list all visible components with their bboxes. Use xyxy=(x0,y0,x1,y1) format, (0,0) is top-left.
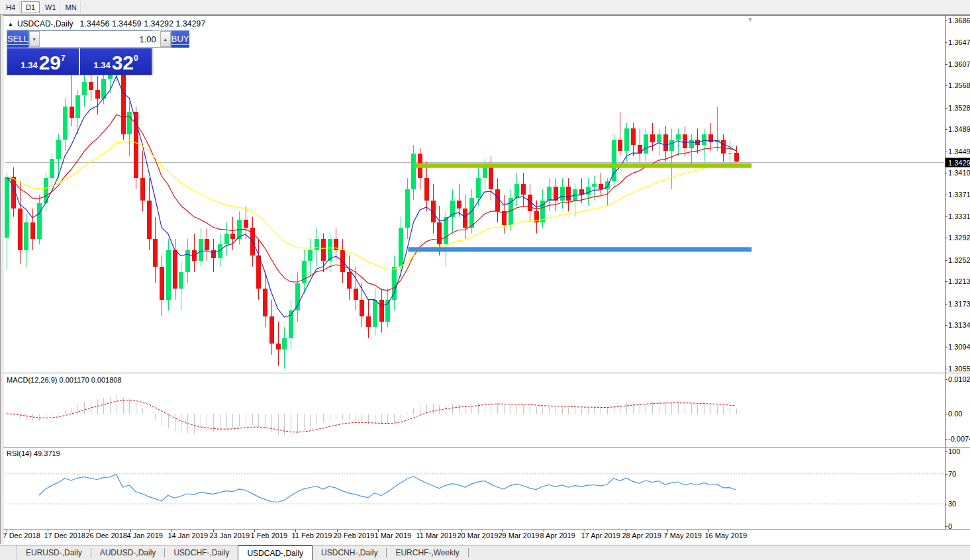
tab-bar-stub xyxy=(0,545,17,560)
tab-usdchf-daily[interactable]: USDCHF-,Daily xyxy=(165,545,238,560)
volume-input[interactable] xyxy=(40,31,160,47)
candle-body xyxy=(424,178,429,200)
price-tick-label: 1.33710 xyxy=(948,191,970,199)
candle-body xyxy=(95,90,100,99)
sell-button-label: SELL xyxy=(7,34,28,45)
macd-main-value: 0.001170 xyxy=(59,376,89,384)
price-tick-label: 1.34490 xyxy=(948,148,970,156)
buy-button-label: BUY xyxy=(171,34,189,45)
current-price-label: 1.34297 xyxy=(948,159,970,167)
date-tick-label: 1 Mar 2019 xyxy=(375,532,412,539)
date-tick-label: 16 May 2019 xyxy=(705,532,748,539)
tab-audusd-daily[interactable]: AUDUSD-,Daily xyxy=(91,545,165,560)
price-tick-label: 1.36470 xyxy=(948,38,970,46)
panel-frame xyxy=(3,15,970,544)
candle-body xyxy=(82,82,87,96)
date-tick-label: 23 Jan 2019 xyxy=(210,532,250,539)
candle-body xyxy=(373,300,377,328)
fast-ma-line xyxy=(7,76,736,317)
tab-eurchf-weekly[interactable]: EURCHF-,Weekly xyxy=(387,545,467,560)
candle-body xyxy=(657,134,661,143)
timeframe-mn-button[interactable]: MN xyxy=(62,1,81,13)
candle-body xyxy=(631,128,636,145)
sell-price-panel[interactable]: 1.34 29 7 xyxy=(7,48,79,75)
chart-canvas[interactable]: 1.368601.364701.360701.356801.352801.348… xyxy=(1,15,970,544)
date-tick-label: 26 Dec 2018 xyxy=(86,532,127,539)
price-tick-label: 1.33310 xyxy=(948,212,970,220)
candle-body xyxy=(547,187,552,201)
sell-button[interactable]: SELL xyxy=(7,30,28,48)
tab-usdcnh-daily[interactable]: USDCNH-,Daily xyxy=(313,545,386,560)
resistance-line xyxy=(414,163,752,168)
chart-symbol-title: USDCAD-,Daily xyxy=(17,19,73,28)
macd-name: MACD(12,26,9) xyxy=(7,376,57,384)
buy-button[interactable]: BUY xyxy=(171,30,189,48)
candle-body xyxy=(592,184,597,187)
tab-eurusd-daily[interactable]: EURUSD-,Daily xyxy=(17,545,91,560)
buy-price-prefix: 1.34 xyxy=(93,59,110,72)
candle-body xyxy=(173,250,177,289)
candle-body xyxy=(18,209,23,250)
volume-increase-button[interactable]: ▲ xyxy=(160,31,171,47)
candle-body xyxy=(347,272,352,289)
candle-body xyxy=(256,256,261,289)
candle-body xyxy=(366,316,371,328)
rsi-tick-label: 30 xyxy=(948,500,956,508)
collapse-arrow-icon[interactable]: ▲ xyxy=(8,21,13,27)
date-tick-label: 17 Dec 2018 xyxy=(44,532,85,539)
candle-body xyxy=(644,134,648,154)
candle-body xyxy=(24,222,28,250)
price-tick-label: 1.36070 xyxy=(948,60,970,68)
chart-shift-marker-icon[interactable]: ▼ xyxy=(747,16,753,23)
sell-price-prefix: 1.34 xyxy=(21,59,37,72)
price-tick-label: 1.35680 xyxy=(948,81,970,89)
price-tick-label: 1.31340 xyxy=(948,321,970,329)
candle-body xyxy=(566,187,571,201)
date-tick-label: 11 Feb 2019 xyxy=(292,532,332,539)
candle-body xyxy=(211,250,216,259)
buy-price-panel[interactable]: 1.34 32 0 xyxy=(80,48,152,75)
candle-body xyxy=(683,134,687,148)
candle-body xyxy=(618,140,622,151)
rsi-name: RSI(14) xyxy=(7,449,32,457)
date-axis: 7 Dec 201817 Dec 201826 Dec 20184 Jan 20… xyxy=(3,530,748,539)
chart-window: 1.368601.364701.360701.356801.352801.348… xyxy=(0,15,970,544)
timeframe-h4-button[interactable]: H4 xyxy=(1,1,20,13)
candle-body xyxy=(101,79,106,98)
candle-body xyxy=(586,187,591,195)
mt4-application: H4 D1 W1 MN 1.368601.364701.360701.35680… xyxy=(0,0,970,560)
candle-body xyxy=(360,300,364,316)
tab-divider xyxy=(468,548,469,557)
candle-body xyxy=(276,344,281,349)
date-tick-label: 20 Mar 2019 xyxy=(458,532,499,539)
candle-body xyxy=(140,178,145,200)
candle-body xyxy=(199,239,203,261)
chart-title-row: ▲ USDCAD-,Daily 1.34456 1.34459 1.34292 … xyxy=(8,19,205,28)
candle-body xyxy=(650,134,655,143)
candle-body xyxy=(50,159,54,178)
sell-price-main: 29 xyxy=(39,54,61,72)
candle-body xyxy=(385,300,390,322)
date-tick-label: 14 Jan 2019 xyxy=(168,532,209,539)
macd-tick-label: -0.007477 xyxy=(948,435,970,443)
timeframe-d1-button[interactable]: D1 xyxy=(21,1,40,13)
candle-body xyxy=(315,239,319,250)
one-click-trading-widget: SELL ▼ ▲ BUY 1.34 29 7 1.34 32 0 xyxy=(7,30,152,75)
timeframe-w1-button[interactable]: W1 xyxy=(41,1,60,13)
price-tick-label: 1.32130 xyxy=(948,277,970,285)
date-tick-label: 8 Apr 2019 xyxy=(540,532,575,539)
candle-body xyxy=(244,220,248,228)
candle-body xyxy=(624,128,629,150)
timeframe-toolbar: H4 D1 W1 MN xyxy=(0,0,970,15)
tab-usdcad-daily[interactable]: USDCAD-,Daily xyxy=(238,545,313,560)
candle-body xyxy=(514,184,519,198)
candle-body xyxy=(354,289,358,300)
price-axis: 1.368601.364701.360701.356801.352801.348… xyxy=(945,17,970,530)
price-tick-label: 1.32520 xyxy=(948,256,970,264)
volume-decrease-button[interactable]: ▼ xyxy=(29,31,40,47)
price-tick-label: 1.30550 xyxy=(948,365,970,373)
macd-tick-label: 0.00 xyxy=(948,410,962,418)
price-tick-label: 1.34100 xyxy=(948,169,970,177)
candle-body xyxy=(437,222,442,244)
price-tick-label: 1.35280 xyxy=(948,104,970,112)
